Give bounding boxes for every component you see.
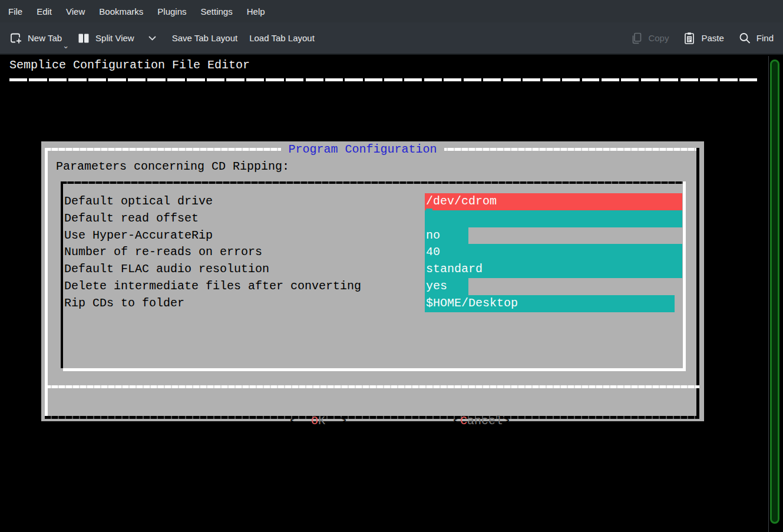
field-input-delete-intermediate-files[interactable]: yes <box>425 278 468 295</box>
form-box: Default optical drive /dev/cdrom Default… <box>61 181 686 371</box>
dialog-title: Program Configuration <box>41 143 684 156</box>
scrollbar-track-separator <box>768 56 769 532</box>
chevron-down-icon[interactable] <box>148 35 157 41</box>
field-input-default-flac-resolution[interactable]: standard <box>425 261 682 278</box>
menu-bookmarks[interactable]: Bookmarks <box>92 1 150 22</box>
copy-icon <box>630 32 643 45</box>
load-tab-layout-label: Load Tab Layout <box>249 33 315 43</box>
scrollbar-thumb[interactable] <box>770 60 779 524</box>
save-tab-layout-button[interactable]: Save Tab Layout <box>172 33 237 43</box>
menu-file[interactable]: File <box>1 1 29 22</box>
menu-help[interactable]: Help <box>240 1 272 22</box>
form-row: Default FLAC audio resolution standard <box>63 261 683 278</box>
field-input-default-optical-drive[interactable]: /dev/cdrom <box>425 193 682 210</box>
dialog-border-left <box>45 148 48 419</box>
field-input-rip-cds-to-folder[interactable]: $HOME/Desktop <box>425 295 675 312</box>
field-input-default-read-offset[interactable] <box>425 210 682 227</box>
load-tab-layout-button[interactable]: Load Tab Layout <box>249 33 315 43</box>
dialog-subtitle: Parameters concerning CD Ripping: <box>56 160 289 173</box>
field-label-use-hyper-accuraterip: Use Hyper-AccurateRip <box>64 227 213 244</box>
menu-settings[interactable]: Settings <box>194 1 240 22</box>
terminal-view[interactable]: Semplice Configuration File Editor Progr… <box>0 56 783 532</box>
split-view-label: Split View <box>95 33 134 43</box>
paste-icon <box>683 32 696 45</box>
copy-label: Copy <box>648 33 669 43</box>
form-row: Default optical drive /dev/cdrom <box>63 193 683 210</box>
menu-plugins[interactable]: Plugins <box>150 1 193 22</box>
field-input-number-of-re-reads[interactable]: 40 <box>425 244 682 261</box>
dialog-border-right <box>696 148 699 419</box>
menu-bar: File Edit View Bookmarks Plugins Setting… <box>0 0 783 22</box>
field-input-use-hyper-accuraterip[interactable]: no <box>425 227 468 244</box>
save-tab-layout-label: Save Tab Layout <box>172 33 237 43</box>
program-configuration-dialog: Program Configuration Parameters concern… <box>41 141 704 421</box>
form-row: Delete intermediate files after converti… <box>63 278 683 295</box>
form-row: Rip CDs to folder $HOME/Desktop <box>63 295 683 312</box>
menu-view[interactable]: View <box>59 1 92 22</box>
field-label-default-optical-drive: Default optical drive <box>64 193 213 210</box>
menu-edit[interactable]: Edit <box>29 1 59 22</box>
terminal-heading-rule <box>9 78 757 81</box>
find-button[interactable]: Find <box>738 32 774 45</box>
copy-button[interactable]: Copy <box>630 32 669 45</box>
paste-button[interactable]: Paste <box>683 32 723 45</box>
find-icon <box>738 32 751 45</box>
new-tab-label: New Tab <box>28 33 62 43</box>
cancel-button[interactable]: <Cancel> <box>411 395 510 412</box>
paste-label: Paste <box>701 33 723 43</box>
split-view-button[interactable]: Split View <box>77 32 157 45</box>
form-row: Number of re-reads on errors 40 <box>63 244 683 261</box>
dialog-border-bottom <box>45 416 699 419</box>
new-tab-button[interactable]: New Tab ⌄ <box>9 32 62 45</box>
field-label-number-of-re-reads: Number of re-reads on errors <box>64 244 262 261</box>
find-label: Find <box>756 33 774 43</box>
dialog-button-separator <box>45 385 699 388</box>
new-tab-icon <box>9 32 22 45</box>
form-row: Use Hyper-AccurateRip no <box>63 227 683 244</box>
field-label-delete-intermediate-files: Delete intermediate files after converti… <box>64 278 361 295</box>
split-view-icon <box>77 32 90 45</box>
form-rows: Default optical drive /dev/cdrom Default… <box>63 193 683 312</box>
form-row: Default read offset <box>63 210 683 227</box>
field-label-rip-cds-to-folder: Rip CDs to folder <box>64 295 184 312</box>
ok-button[interactable]: <OK> <box>247 395 346 412</box>
field-label-default-read-offset: Default read offset <box>64 210 199 227</box>
field-label-default-flac-resolution: Default FLAC audio resolution <box>64 261 269 278</box>
toolbar: New Tab ⌄ Split View Save Tab Layout Loa… <box>0 22 783 55</box>
chevron-down-icon[interactable]: ⌄ <box>62 41 69 50</box>
terminal-heading: Semplice Configuration File Editor <box>9 58 250 72</box>
